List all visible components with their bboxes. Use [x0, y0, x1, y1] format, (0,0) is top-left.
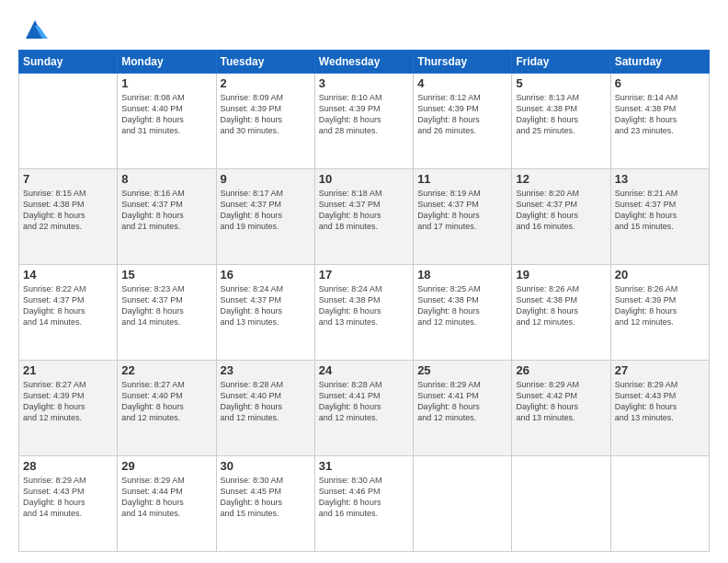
calendar-cell: 1Sunrise: 8:08 AMSunset: 4:40 PMDaylight… [118, 74, 216, 169]
day-number: 16 [221, 268, 311, 282]
day-number: 1 [121, 76, 211, 90]
calendar-cell [414, 456, 512, 552]
day-info: Sunrise: 8:24 AMSunset: 4:37 PMDaylight:… [221, 283, 311, 328]
day-info: Sunrise: 8:16 AMSunset: 4:37 PMDaylight:… [121, 188, 211, 233]
day-info: Sunrise: 8:23 AMSunset: 4:37 PMDaylight:… [121, 283, 211, 328]
day-number: 26 [516, 363, 606, 377]
day-number: 31 [319, 459, 409, 473]
calendar-cell: 24Sunrise: 8:28 AMSunset: 4:41 PMDayligh… [314, 361, 413, 456]
calendar-cell: 30Sunrise: 8:30 AMSunset: 4:45 PMDayligh… [216, 456, 314, 552]
day-number: 21 [23, 363, 113, 377]
day-info: Sunrise: 8:27 AMSunset: 4:39 PMDaylight:… [23, 379, 113, 424]
day-number: 7 [23, 172, 113, 186]
day-info: Sunrise: 8:26 AMSunset: 4:39 PMDaylight:… [615, 283, 705, 328]
calendar-cell: 4Sunrise: 8:12 AMSunset: 4:39 PMDaylight… [414, 74, 512, 169]
day-number: 4 [417, 76, 507, 90]
calendar-cell: 28Sunrise: 8:29 AMSunset: 4:43 PMDayligh… [19, 456, 118, 552]
calendar-week-3: 14Sunrise: 8:22 AMSunset: 4:37 PMDayligh… [19, 265, 710, 361]
calendar-table: SundayMondayTuesdayWednesdayThursdayFrid… [18, 50, 710, 552]
day-number: 20 [615, 268, 705, 282]
calendar-week-1: 1Sunrise: 8:08 AMSunset: 4:40 PMDaylight… [19, 74, 710, 169]
day-info: Sunrise: 8:26 AMSunset: 4:38 PMDaylight:… [516, 283, 606, 328]
day-number: 30 [221, 459, 311, 473]
calendar-cell: 19Sunrise: 8:26 AMSunset: 4:38 PMDayligh… [512, 265, 610, 361]
calendar-header-row: SundayMondayTuesdayWednesdayThursdayFrid… [19, 51, 710, 74]
day-number: 27 [615, 363, 705, 377]
calendar-cell: 6Sunrise: 8:14 AMSunset: 4:38 PMDaylight… [610, 74, 709, 169]
day-number: 22 [121, 363, 211, 377]
day-info: Sunrise: 8:20 AMSunset: 4:37 PMDaylight:… [516, 188, 606, 233]
day-number: 3 [319, 76, 409, 90]
calendar-cell: 14Sunrise: 8:22 AMSunset: 4:37 PMDayligh… [19, 265, 118, 361]
day-info: Sunrise: 8:09 AMSunset: 4:39 PMDaylight:… [221, 92, 311, 137]
calendar-week-4: 21Sunrise: 8:27 AMSunset: 4:39 PMDayligh… [19, 361, 710, 456]
day-info: Sunrise: 8:19 AMSunset: 4:37 PMDaylight:… [417, 188, 507, 233]
calendar-cell: 13Sunrise: 8:21 AMSunset: 4:37 PMDayligh… [610, 169, 709, 265]
day-info: Sunrise: 8:24 AMSunset: 4:38 PMDaylight:… [319, 283, 409, 328]
day-info: Sunrise: 8:29 AMSunset: 4:41 PMDaylight:… [417, 379, 507, 424]
day-number: 29 [121, 459, 211, 473]
day-info: Sunrise: 8:28 AMSunset: 4:40 PMDaylight:… [221, 379, 311, 424]
day-number: 28 [23, 459, 113, 473]
page: SundayMondayTuesdayWednesdayThursdayFrid… [0, 0, 728, 563]
day-number: 9 [221, 172, 311, 186]
day-info: Sunrise: 8:15 AMSunset: 4:38 PMDaylight:… [23, 188, 113, 233]
day-number: 10 [319, 172, 409, 186]
day-number: 6 [615, 76, 705, 90]
day-number: 8 [121, 172, 211, 186]
day-header-sunday: Sunday [19, 51, 118, 74]
calendar-cell: 3Sunrise: 8:10 AMSunset: 4:39 PMDaylight… [314, 74, 413, 169]
day-number: 2 [221, 76, 311, 90]
day-info: Sunrise: 8:28 AMSunset: 4:41 PMDaylight:… [319, 379, 409, 424]
calendar-cell: 16Sunrise: 8:24 AMSunset: 4:37 PMDayligh… [216, 265, 314, 361]
day-header-monday: Monday [118, 51, 216, 74]
day-info: Sunrise: 8:08 AMSunset: 4:40 PMDaylight:… [121, 92, 211, 137]
day-info: Sunrise: 8:21 AMSunset: 4:37 PMDaylight:… [615, 188, 705, 233]
calendar-cell: 20Sunrise: 8:26 AMSunset: 4:39 PMDayligh… [610, 265, 709, 361]
calendar-week-5: 28Sunrise: 8:29 AMSunset: 4:43 PMDayligh… [19, 456, 710, 552]
day-number: 14 [23, 268, 113, 282]
calendar-cell: 25Sunrise: 8:29 AMSunset: 4:41 PMDayligh… [414, 361, 512, 456]
calendar-cell: 8Sunrise: 8:16 AMSunset: 4:37 PMDaylight… [118, 169, 216, 265]
calendar-cell [610, 456, 709, 552]
logo [18, 17, 48, 42]
day-info: Sunrise: 8:29 AMSunset: 4:44 PMDaylight:… [121, 475, 211, 520]
calendar-cell: 31Sunrise: 8:30 AMSunset: 4:46 PMDayligh… [314, 456, 413, 552]
day-header-tuesday: Tuesday [216, 51, 314, 74]
day-info: Sunrise: 8:18 AMSunset: 4:37 PMDaylight:… [319, 188, 409, 233]
calendar-cell: 18Sunrise: 8:25 AMSunset: 4:38 PMDayligh… [414, 265, 512, 361]
day-number: 5 [516, 76, 606, 90]
calendar-cell: 9Sunrise: 8:17 AMSunset: 4:37 PMDaylight… [216, 169, 314, 265]
day-header-thursday: Thursday [414, 51, 512, 74]
calendar-cell: 29Sunrise: 8:29 AMSunset: 4:44 PMDayligh… [118, 456, 216, 552]
day-number: 24 [319, 363, 409, 377]
day-info: Sunrise: 8:29 AMSunset: 4:42 PMDaylight:… [516, 379, 606, 424]
day-info: Sunrise: 8:30 AMSunset: 4:46 PMDaylight:… [319, 475, 409, 520]
day-number: 15 [121, 268, 211, 282]
calendar-cell: 7Sunrise: 8:15 AMSunset: 4:38 PMDaylight… [19, 169, 118, 265]
calendar-cell: 15Sunrise: 8:23 AMSunset: 4:37 PMDayligh… [118, 265, 216, 361]
day-number: 18 [417, 268, 507, 282]
calendar-cell: 23Sunrise: 8:28 AMSunset: 4:40 PMDayligh… [216, 361, 314, 456]
calendar-cell: 5Sunrise: 8:13 AMSunset: 4:38 PMDaylight… [512, 74, 610, 169]
day-number: 11 [417, 172, 507, 186]
calendar-cell: 10Sunrise: 8:18 AMSunset: 4:37 PMDayligh… [314, 169, 413, 265]
calendar-cell [19, 74, 118, 169]
day-info: Sunrise: 8:29 AMSunset: 4:43 PMDaylight:… [615, 379, 705, 424]
calendar-cell: 11Sunrise: 8:19 AMSunset: 4:37 PMDayligh… [414, 169, 512, 265]
day-header-saturday: Saturday [610, 51, 709, 74]
day-info: Sunrise: 8:17 AMSunset: 4:37 PMDaylight:… [221, 188, 311, 233]
day-number: 13 [615, 172, 705, 186]
calendar-cell: 12Sunrise: 8:20 AMSunset: 4:37 PMDayligh… [512, 169, 610, 265]
day-info: Sunrise: 8:30 AMSunset: 4:45 PMDaylight:… [221, 475, 311, 520]
day-number: 23 [221, 363, 311, 377]
day-info: Sunrise: 8:22 AMSunset: 4:37 PMDaylight:… [23, 283, 113, 328]
calendar-cell: 21Sunrise: 8:27 AMSunset: 4:39 PMDayligh… [19, 361, 118, 456]
calendar-cell: 27Sunrise: 8:29 AMSunset: 4:43 PMDayligh… [610, 361, 709, 456]
header [18, 17, 710, 42]
day-info: Sunrise: 8:10 AMSunset: 4:39 PMDaylight:… [319, 92, 409, 137]
day-number: 12 [516, 172, 606, 186]
day-info: Sunrise: 8:12 AMSunset: 4:39 PMDaylight:… [417, 92, 507, 137]
calendar-cell: 26Sunrise: 8:29 AMSunset: 4:42 PMDayligh… [512, 361, 610, 456]
day-number: 25 [417, 363, 507, 377]
